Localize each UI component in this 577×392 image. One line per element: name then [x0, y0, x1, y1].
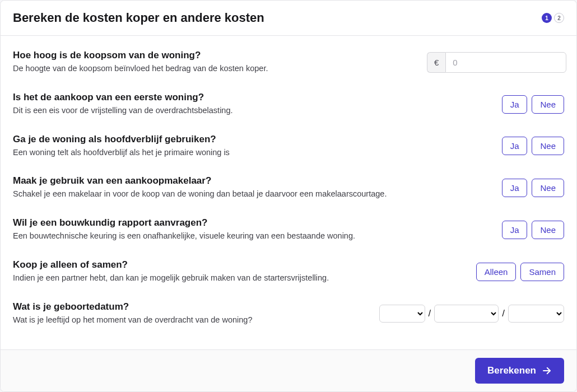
step-1-active: 1 [542, 13, 552, 23]
q-title: Wat is je geboortedatum? [13, 301, 368, 312]
birthdate-day-select[interactable] [379, 305, 425, 323]
q-title: Is het de aankoop van een eerste woning? [13, 92, 491, 103]
building-report-no-button[interactable]: Nee [532, 221, 564, 239]
q-subtitle: Dit is een eis voor de vrijstelling van … [13, 105, 491, 117]
question-purchase-price: Hoe hoog is de koopsom van de woning? De… [13, 41, 564, 83]
q-title: Hoe hoog is de koopsom van de woning? [13, 50, 416, 61]
q-subtitle: Indien je een partner hebt, dan kan je m… [13, 272, 465, 284]
q-title: Maak je gebruik van een aankoopmakelaar? [13, 175, 491, 186]
calculate-button-label: Berekenen [487, 365, 536, 376]
step-indicator: 1 2 [542, 13, 564, 23]
first-home-yes-button[interactable]: Ja [502, 95, 528, 114]
alone-together-toggle: Alleen Samen [476, 263, 564, 281]
together-button[interactable]: Samen [520, 263, 564, 281]
birthdate-month-select[interactable] [434, 305, 499, 323]
question-primary-residence: Ga je de woning als hoofdverblijf gebrui… [13, 125, 564, 167]
card-body: Hoe hoog is de koopsom van de woning? De… [1, 36, 576, 349]
currency-prefix: € [427, 52, 445, 73]
first-home-toggle: Ja Nee [502, 95, 564, 114]
question-alone-together: Koop je alleen of samen? Indien je een p… [13, 251, 564, 293]
primary-residence-toggle: Ja Nee [502, 137, 564, 155]
date-separator: / [429, 308, 431, 319]
primary-residence-yes-button[interactable]: Ja [502, 137, 528, 155]
question-buyers-agent: Maak je gebruik van een aankoopmakelaar?… [13, 167, 564, 209]
card-header: Bereken de kosten koper en andere kosten… [1, 1, 576, 36]
card-footer: Berekenen [1, 349, 576, 391]
arrow-right-icon [542, 366, 552, 376]
question-building-report: Wil je een bouwkundig rapport aanvragen?… [13, 209, 564, 251]
calculate-button[interactable]: Berekenen [475, 358, 564, 384]
buyers-agent-toggle: Ja Nee [502, 179, 564, 197]
buyers-agent-no-button[interactable]: Nee [532, 179, 564, 197]
building-report-toggle: Ja Nee [502, 221, 564, 239]
q-subtitle: De hoogte van de koopsom beïnvloed het b… [13, 63, 416, 75]
date-separator: / [502, 308, 505, 319]
purchase-price-input[interactable] [445, 52, 566, 73]
alone-button[interactable]: Alleen [476, 263, 516, 281]
buyers-agent-yes-button[interactable]: Ja [502, 179, 528, 197]
q-subtitle: Een woning telt als hoofdverblijf als he… [13, 147, 491, 159]
purchase-price-input-group: € [427, 52, 564, 73]
calculator-card: Bereken de kosten koper en andere kosten… [0, 0, 577, 392]
q-title: Ga je de woning als hoofdverblijf gebrui… [13, 134, 491, 145]
q-subtitle: Een bouwtechnische keuring is een onafha… [13, 230, 491, 242]
q-subtitle: Wat is je leeftijd op het moment van de … [13, 314, 368, 326]
step-2-inactive: 2 [554, 13, 564, 23]
building-report-yes-button[interactable]: Ja [502, 221, 528, 239]
page-title: Bereken de kosten koper en andere kosten [13, 11, 264, 25]
first-home-no-button[interactable]: Nee [532, 95, 564, 114]
birthdate-year-select[interactable] [508, 305, 564, 323]
question-first-home: Is het de aankoop van een eerste woning?… [13, 83, 564, 125]
q-title: Koop je alleen of samen? [13, 259, 465, 270]
question-birthdate: Wat is je geboortedatum? Wat is je leeft… [13, 293, 564, 335]
q-subtitle: Schakel je een makelaar in voor de koop … [13, 188, 491, 200]
primary-residence-no-button[interactable]: Nee [532, 137, 564, 155]
birthdate-selects: / / [379, 305, 564, 323]
q-title: Wil je een bouwkundig rapport aanvragen? [13, 217, 491, 228]
